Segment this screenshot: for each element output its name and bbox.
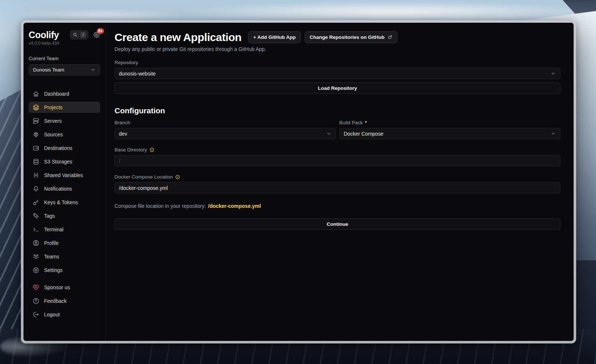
sidebar-item-label: Keys & Tokens — [44, 199, 78, 205]
sidebar-item-label: Sponsor us — [44, 284, 70, 290]
compose-location-input[interactable] — [115, 182, 560, 194]
tag-icon — [32, 212, 40, 220]
branch-select-value: dev — [119, 131, 127, 137]
user-circle-icon — [32, 239, 40, 247]
branch-buildpack-row: Branch dev Build Pack * Docker Compose — [115, 115, 560, 139]
notifications-settings-button[interactable]: 9+ — [93, 31, 100, 38]
logout-icon — [32, 311, 40, 318]
app-logo: Coolify — [29, 30, 59, 40]
compose-hint-text: Compose file location in your repository… — [115, 203, 206, 209]
sidebar-item-label: Projects — [44, 104, 63, 110]
sidebar-item-label: Feedback — [44, 298, 66, 304]
base-directory-label: Base Directory — [115, 147, 560, 152]
sidebar-item-label: Teams — [44, 254, 59, 260]
notification-badge: 9+ — [97, 28, 104, 34]
sidebar-item-sponsor-us[interactable]: Sponsor us — [29, 282, 100, 293]
branch-select[interactable]: dev — [115, 128, 336, 139]
team-select[interactable]: Dunosis Team — [29, 64, 100, 76]
continue-button[interactable]: Continue — [115, 218, 560, 230]
git-icon — [32, 131, 40, 138]
sidebar-item-settings[interactable]: Settings — [29, 264, 100, 276]
sidebar-item-label: Tags — [44, 213, 55, 219]
variables-icon — [32, 172, 40, 179]
external-link-icon — [388, 35, 392, 40]
required-asterisk: * — [365, 120, 367, 125]
sidebar-item-teams[interactable]: Teams — [29, 251, 100, 262]
sidebar-item-servers[interactable]: Servers — [29, 115, 100, 126]
repository-select[interactable]: dunosis-website — [115, 68, 560, 79]
sidebar-item-shared-variables[interactable]: Shared Variables — [29, 169, 100, 181]
sidebar: Coolify / 9+ v4.0.0-beta.434 Current Tea… — [23, 23, 106, 341]
chevron-down-icon — [326, 131, 331, 136]
add-github-app-button[interactable]: + Add GitHub App — [248, 31, 301, 43]
sidebar-item-label: Servers — [44, 118, 62, 124]
main-content: Create a new Application + Add GitHub Ap… — [106, 23, 574, 341]
info-icon — [175, 174, 180, 180]
branch-field: Branch dev — [115, 115, 336, 139]
key-icon — [32, 199, 40, 206]
sidebar-item-destinations[interactable]: Destinations — [29, 142, 100, 154]
build-pack-select[interactable]: Docker Compose — [339, 128, 561, 139]
info-icon — [149, 147, 155, 152]
coolify-app: Coolify / 9+ v4.0.0-beta.434 Current Tea… — [23, 23, 574, 341]
current-team-label: Current Team — [29, 56, 100, 61]
app-window: Coolify / 9+ v4.0.0-beta.434 Current Tea… — [21, 20, 576, 343]
layers-icon — [32, 104, 40, 111]
repository-select-value: dunosis-website — [119, 71, 156, 77]
sidebar-footer-nav: Sponsor us Feedback Logout — [29, 282, 100, 320]
load-repository-button[interactable]: Load Repository — [115, 82, 560, 94]
sidebar-item-label: Destinations — [44, 145, 72, 151]
build-pack-field: Build Pack * Docker Compose — [339, 115, 561, 139]
build-pack-label: Build Pack * — [339, 120, 561, 125]
compose-hint: Compose file location in your repository… — [115, 203, 560, 209]
sidebar-item-label: Profile — [44, 240, 59, 246]
sidebar-item-tags[interactable]: Tags — [29, 210, 100, 221]
repository-label: Repository — [115, 60, 560, 65]
users-icon — [32, 253, 40, 260]
build-pack-select-value: Docker Compose — [344, 131, 384, 137]
compose-hint-path: /docker-compose.yml — [208, 203, 261, 209]
sidebar-item-projects[interactable]: Projects — [29, 102, 100, 113]
sidebar-item-profile[interactable]: Profile — [29, 237, 100, 249]
sidebar-item-label: Shared Variables — [44, 172, 83, 178]
gear-icon — [32, 266, 40, 274]
server-icon — [32, 117, 40, 125]
sidebar-item-sources[interactable]: Sources — [29, 129, 100, 140]
map-icon — [32, 144, 40, 152]
sidebar-header-actions: / 9+ — [70, 30, 100, 40]
sidebar-item-s3-storages[interactable]: S3 Storages — [29, 156, 100, 167]
configuration-heading: Configuration — [115, 106, 560, 115]
search-shortcut-key: / — [80, 32, 86, 38]
chevron-down-icon — [550, 131, 556, 136]
help-circle-icon — [32, 297, 40, 305]
sidebar-item-keys-tokens[interactable]: Keys & Tokens — [29, 196, 100, 208]
sidebar-item-feedback[interactable]: Feedback — [29, 295, 100, 306]
page-subtitle: Deploy any public or private Git reposit… — [115, 46, 560, 52]
base-directory-input[interactable] — [115, 155, 560, 166]
home-icon — [32, 90, 40, 98]
cloud — [179, 2, 596, 21]
terminal-icon — [32, 226, 40, 233]
sidebar-item-label: Logout — [44, 312, 60, 317]
sidebar-item-logout[interactable]: Logout — [29, 309, 100, 320]
database-icon — [32, 158, 40, 165]
sidebar-item-label: Sources — [44, 132, 63, 137]
compose-location-label: Docker Compose Location — [115, 174, 560, 180]
sidebar-item-dashboard[interactable]: Dashboard — [29, 88, 100, 99]
branch-label: Branch — [115, 120, 336, 125]
sidebar-item-label: Notifications — [44, 186, 72, 192]
chevron-down-icon — [550, 71, 556, 76]
heart-handshake-icon — [32, 284, 40, 291]
compose-location-label-text: Docker Compose Location — [115, 174, 173, 180]
sidebar-item-terminal[interactable]: Terminal — [29, 224, 100, 235]
page-header: Create a new Application + Add GitHub Ap… — [115, 31, 560, 43]
sidebar-header: Coolify / 9+ — [29, 30, 100, 40]
search-button[interactable]: / — [70, 30, 88, 40]
sidebar-item-notifications[interactable]: Notifications — [29, 183, 100, 194]
app-version: v4.0.0-beta.434 — [29, 41, 100, 46]
change-repositories-button[interactable]: Change Repositories on GitHub — [305, 31, 397, 43]
sidebar-item-label: Terminal — [44, 227, 63, 232]
team-select-value: Dunosis Team — [33, 67, 64, 73]
sidebar-item-label: S3 Storages — [44, 159, 72, 165]
cloud — [12, 10, 190, 21]
